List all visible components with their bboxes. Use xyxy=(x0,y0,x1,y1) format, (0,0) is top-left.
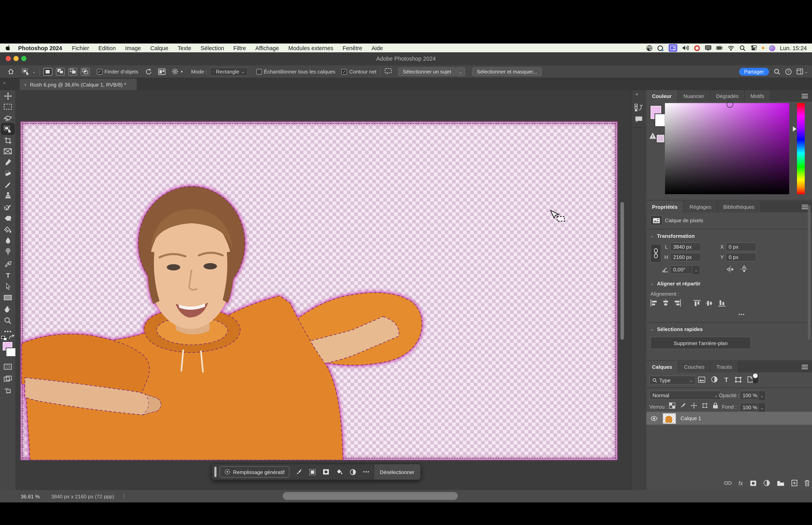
sample-all-layers-checkbox[interactable] xyxy=(256,69,262,74)
lock-position-icon[interactable] xyxy=(690,403,698,409)
align-horizontal-centers-icon[interactable] xyxy=(662,299,669,307)
taskbar-drag-handle[interactable] xyxy=(214,467,216,477)
mode-dropdown[interactable]: Rectangle ⌄ xyxy=(210,67,248,76)
select-subject-button[interactable]: Sélectionner un sujet xyxy=(398,67,456,76)
new-group-icon[interactable] xyxy=(777,480,784,486)
menu-affichage[interactable]: Affichage xyxy=(250,45,284,51)
fill-dropdown-chevron[interactable]: ⌄ xyxy=(758,403,766,413)
align-left-edges-icon[interactable] xyxy=(650,299,657,307)
object-finder-checkbox-group[interactable]: ✓Finder d'objets xyxy=(97,69,138,74)
taskbar-more-options[interactable]: ••• xyxy=(359,464,373,480)
layer-style-fx-icon[interactable]: fx xyxy=(738,480,743,486)
canvas-vertical-scrollbar[interactable] xyxy=(621,202,624,340)
selection-mode-subtract[interactable] xyxy=(68,68,77,75)
adjustment-icon[interactable] xyxy=(346,464,359,480)
generative-fill-button[interactable]: Remplissage génératif xyxy=(219,466,289,478)
volume-icon[interactable] xyxy=(682,45,689,51)
align-top-edges-icon[interactable] xyxy=(693,300,701,306)
new-adjustment-layer-icon[interactable] xyxy=(763,480,770,486)
transform-selection-icon[interactable] xyxy=(306,464,319,480)
menu-filtre[interactable]: Filtre xyxy=(229,45,250,51)
menu-calque[interactable]: Calque xyxy=(145,45,173,51)
paint-bucket-tool[interactable] xyxy=(2,224,14,235)
zoom-level[interactable]: 36.61 % xyxy=(21,493,40,499)
menu-texte[interactable]: Texte xyxy=(173,45,196,51)
siri-icon[interactable] xyxy=(769,45,775,51)
height-input[interactable]: 2160 px xyxy=(670,253,701,262)
lock-artboard-icon[interactable] xyxy=(701,403,708,409)
help-icon[interactable]: ? xyxy=(785,68,792,75)
window-zoom-button[interactable] xyxy=(21,56,27,61)
tab-bibliotheques[interactable]: Bibliothèques xyxy=(718,201,761,212)
color-panel-menu-icon[interactable] xyxy=(802,93,808,98)
hard-edge-checkbox[interactable]: ✓ xyxy=(341,69,347,74)
display-icon[interactable] xyxy=(705,45,711,51)
layer-row-calque-1[interactable]: Calque 1 xyxy=(646,412,812,425)
lock-image-pixels-icon[interactable] xyxy=(679,403,687,409)
tab-proprietes[interactable]: Propriétés xyxy=(646,201,684,212)
select-subject-chevron[interactable]: ⌄ xyxy=(456,67,465,76)
select-and-mask-brush-icon[interactable] xyxy=(292,464,306,480)
crop-tool[interactable] xyxy=(2,135,14,145)
feedback-icon[interactable] xyxy=(384,68,392,75)
shape-tool[interactable] xyxy=(2,292,14,302)
tool-preset-chevron[interactable]: ⌄ xyxy=(32,69,36,74)
path-selection-tool[interactable] xyxy=(2,281,14,291)
workspace-switcher-icon[interactable]: ⌄ xyxy=(797,68,808,74)
filter-shape-layers-icon[interactable] xyxy=(735,376,741,382)
select-and-mask-button[interactable]: Sélectionner et masquer... xyxy=(472,67,542,76)
menu-selection[interactable]: Sélection xyxy=(196,45,229,51)
brush-tool[interactable] xyxy=(2,180,14,190)
share-button[interactable]: Partager xyxy=(739,68,769,75)
frame-tool[interactable] xyxy=(2,146,14,156)
lock-transparent-pixels-icon[interactable] xyxy=(668,403,676,409)
window-close-button[interactable] xyxy=(6,56,11,61)
menu-app-name[interactable]: Photoshop 2024 xyxy=(15,45,67,51)
create-mask-icon[interactable] xyxy=(319,464,333,480)
object-selection-tool[interactable] xyxy=(2,124,14,134)
comments-panel-icon[interactable] xyxy=(635,116,643,123)
remove-background-button[interactable]: Supprimer l'arrière-plan xyxy=(650,337,751,349)
lock-all-icon[interactable] xyxy=(711,403,719,409)
blur-tool[interactable] xyxy=(2,235,14,245)
panel-background-swatch[interactable] xyxy=(655,114,665,126)
tab-reglages[interactable]: Réglages xyxy=(684,201,718,212)
toolbar-collapse-chevrons[interactable]: » xyxy=(3,80,6,85)
rotate-view-icon[interactable] xyxy=(2,385,14,396)
battery-icon[interactable] xyxy=(716,45,723,51)
tab-degrades[interactable]: Dégradés xyxy=(710,90,745,102)
transformation-section-header[interactable]: ⌄Transformation xyxy=(650,233,695,239)
dodge-tool[interactable] xyxy=(2,246,14,257)
screen-mode-icon[interactable] xyxy=(2,374,14,384)
gamut-swatch[interactable] xyxy=(657,135,664,142)
expand-panels-chevrons[interactable]: « xyxy=(635,91,639,97)
filter-type-layers-icon[interactable]: T xyxy=(723,376,729,382)
blend-mode-dropdown[interactable]: Normal ⌄ xyxy=(649,390,721,400)
hard-edge-group[interactable]: ✓Contour net xyxy=(341,69,376,74)
healing-brush-tool[interactable] xyxy=(2,168,14,179)
background-color-swatch[interactable] xyxy=(6,348,15,356)
tab-couleur[interactable]: Couleur xyxy=(646,90,678,102)
eraser-tool[interactable] xyxy=(2,213,14,223)
globe-status-icon[interactable] xyxy=(646,45,653,51)
menu-fenetre[interactable]: Fenêtre xyxy=(338,45,367,51)
hand-tool[interactable] xyxy=(2,304,14,314)
tab-couches[interactable]: Couches xyxy=(678,361,711,373)
window-minimize-button[interactable] xyxy=(13,56,18,61)
layer-name[interactable]: Calque 1 xyxy=(680,415,701,421)
tab-nuancier[interactable]: Nuancier xyxy=(678,90,710,102)
quick-mask-icon[interactable] xyxy=(2,361,14,372)
properties-panel-scrollbar[interactable] xyxy=(808,205,810,340)
home-button[interactable] xyxy=(7,68,15,75)
object-finder-checkbox[interactable]: ✓ xyxy=(97,69,103,74)
menu-fichier[interactable]: Fichier xyxy=(67,45,94,51)
tab-traces[interactable]: Tracés xyxy=(711,361,738,373)
tab-motifs[interactable]: Motifs xyxy=(745,90,770,102)
spotlight-search-icon[interactable] xyxy=(739,45,746,51)
refresh-object-finder-button[interactable] xyxy=(145,68,152,75)
filter-pixel-layers-icon[interactable] xyxy=(698,376,705,382)
properties-panel-menu-icon[interactable] xyxy=(802,205,808,209)
color-field-picker-circle[interactable] xyxy=(726,101,733,108)
hue-slider[interactable] xyxy=(797,103,805,194)
width-input[interactable]: 3840 px xyxy=(670,242,701,251)
